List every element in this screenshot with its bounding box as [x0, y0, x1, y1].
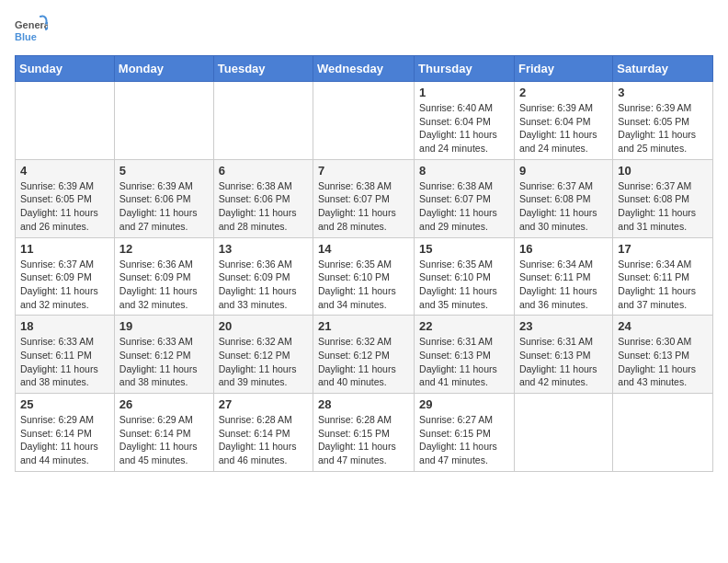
- day-info: Sunrise: 6:33 AM Sunset: 6:12 PM Dayligh…: [119, 335, 209, 389]
- calendar-week-1: 1Sunrise: 6:40 AM Sunset: 6:04 PM Daylig…: [16, 82, 713, 160]
- day-number: 3: [618, 86, 708, 99]
- day-number: 6: [219, 164, 308, 178]
- page-header: General Blue: [15, 15, 713, 48]
- weekday-header-wednesday: Wednesday: [313, 56, 415, 82]
- calendar-body: 1Sunrise: 6:40 AM Sunset: 6:04 PM Daylig…: [16, 82, 713, 472]
- day-info: Sunrise: 6:31 AM Sunset: 6:13 PM Dayligh…: [519, 335, 608, 389]
- day-info: Sunrise: 6:39 AM Sunset: 6:05 PM Dayligh…: [618, 101, 708, 155]
- svg-text:Blue: Blue: [15, 31, 37, 42]
- day-number: 5: [119, 164, 209, 178]
- calendar-cell: 7Sunrise: 6:38 AM Sunset: 6:07 PM Daylig…: [313, 159, 415, 237]
- calendar-cell: [16, 82, 115, 160]
- calendar-cell: 16Sunrise: 6:34 AM Sunset: 6:11 PM Dayli…: [514, 237, 612, 316]
- calendar-cell: 15Sunrise: 6:35 AM Sunset: 6:10 PM Dayli…: [415, 237, 515, 316]
- day-info: Sunrise: 6:28 AM Sunset: 6:15 PM Dayligh…: [318, 413, 409, 467]
- calendar-cell: 9Sunrise: 6:37 AM Sunset: 6:08 PM Daylig…: [514, 159, 612, 237]
- calendar-cell: 1Sunrise: 6:40 AM Sunset: 6:04 PM Daylig…: [415, 82, 515, 160]
- logo-svg: General Blue: [15, 15, 48, 48]
- day-info: Sunrise: 6:40 AM Sunset: 6:04 PM Dayligh…: [419, 101, 509, 155]
- day-info: Sunrise: 6:29 AM Sunset: 6:14 PM Dayligh…: [119, 413, 209, 467]
- day-info: Sunrise: 6:32 AM Sunset: 6:12 PM Dayligh…: [219, 335, 308, 389]
- calendar-week-5: 25Sunrise: 6:29 AM Sunset: 6:14 PM Dayli…: [16, 394, 713, 472]
- day-number: 12: [119, 242, 209, 256]
- day-number: 22: [419, 319, 509, 333]
- calendar-cell: 24Sunrise: 6:30 AM Sunset: 6:13 PM Dayli…: [613, 316, 713, 394]
- calendar-table: SundayMondayTuesdayWednesdayThursdayFrid…: [15, 55, 713, 472]
- day-info: Sunrise: 6:34 AM Sunset: 6:11 PM Dayligh…: [519, 258, 608, 312]
- calendar-cell: [613, 394, 713, 472]
- calendar-cell: 18Sunrise: 6:33 AM Sunset: 6:11 PM Dayli…: [16, 316, 115, 394]
- day-info: Sunrise: 6:28 AM Sunset: 6:14 PM Dayligh…: [219, 413, 308, 467]
- day-number: 21: [318, 319, 409, 333]
- weekday-header-tuesday: Tuesday: [213, 56, 313, 82]
- calendar-cell: [213, 82, 313, 160]
- day-info: Sunrise: 6:39 AM Sunset: 6:05 PM Dayligh…: [20, 179, 109, 234]
- day-info: Sunrise: 6:35 AM Sunset: 6:10 PM Dayligh…: [419, 258, 509, 312]
- day-info: Sunrise: 6:37 AM Sunset: 6:08 PM Dayligh…: [519, 179, 608, 234]
- calendar-cell: 29Sunrise: 6:27 AM Sunset: 6:15 PM Dayli…: [415, 394, 515, 472]
- svg-text:General: General: [15, 19, 48, 30]
- weekday-header-monday: Monday: [114, 56, 213, 82]
- day-info: Sunrise: 6:38 AM Sunset: 6:06 PM Dayligh…: [219, 179, 308, 234]
- day-info: Sunrise: 6:38 AM Sunset: 6:07 PM Dayligh…: [419, 179, 509, 234]
- calendar-cell: 10Sunrise: 6:37 AM Sunset: 6:08 PM Dayli…: [613, 159, 713, 237]
- day-info: Sunrise: 6:36 AM Sunset: 6:09 PM Dayligh…: [219, 258, 308, 312]
- calendar-cell: [313, 82, 415, 160]
- day-number: 27: [219, 397, 308, 411]
- calendar-cell: 23Sunrise: 6:31 AM Sunset: 6:13 PM Dayli…: [514, 316, 612, 394]
- day-info: Sunrise: 6:36 AM Sunset: 6:09 PM Dayligh…: [119, 258, 209, 312]
- weekday-row: SundayMondayTuesdayWednesdayThursdayFrid…: [16, 56, 713, 82]
- calendar-cell: 3Sunrise: 6:39 AM Sunset: 6:05 PM Daylig…: [613, 82, 713, 160]
- day-info: Sunrise: 6:37 AM Sunset: 6:09 PM Dayligh…: [20, 258, 109, 312]
- day-number: 16: [519, 242, 608, 256]
- calendar-cell: 14Sunrise: 6:35 AM Sunset: 6:10 PM Dayli…: [313, 237, 415, 316]
- day-info: Sunrise: 6:29 AM Sunset: 6:14 PM Dayligh…: [20, 413, 109, 467]
- calendar-cell: 21Sunrise: 6:32 AM Sunset: 6:12 PM Dayli…: [313, 316, 415, 394]
- day-number: 13: [219, 242, 308, 256]
- day-number: 24: [618, 319, 708, 333]
- day-info: Sunrise: 6:39 AM Sunset: 6:06 PM Dayligh…: [119, 179, 209, 234]
- calendar-cell: 27Sunrise: 6:28 AM Sunset: 6:14 PM Dayli…: [213, 394, 313, 472]
- calendar-cell: 2Sunrise: 6:39 AM Sunset: 6:04 PM Daylig…: [514, 82, 612, 160]
- day-number: 19: [119, 319, 209, 333]
- calendar-cell: 25Sunrise: 6:29 AM Sunset: 6:14 PM Dayli…: [16, 394, 115, 472]
- calendar-cell: 11Sunrise: 6:37 AM Sunset: 6:09 PM Dayli…: [16, 237, 115, 316]
- day-info: Sunrise: 6:32 AM Sunset: 6:12 PM Dayligh…: [318, 335, 409, 389]
- logo: General Blue: [15, 15, 48, 48]
- day-number: 11: [20, 242, 109, 256]
- weekday-header-saturday: Saturday: [613, 56, 713, 82]
- day-number: 25: [20, 397, 109, 411]
- calendar-cell: 26Sunrise: 6:29 AM Sunset: 6:14 PM Dayli…: [114, 394, 213, 472]
- calendar-cell: 8Sunrise: 6:38 AM Sunset: 6:07 PM Daylig…: [415, 159, 515, 237]
- calendar-cell: [514, 394, 612, 472]
- day-number: 7: [318, 164, 409, 178]
- calendar-cell: 4Sunrise: 6:39 AM Sunset: 6:05 PM Daylig…: [16, 159, 115, 237]
- day-info: Sunrise: 6:31 AM Sunset: 6:13 PM Dayligh…: [419, 335, 509, 389]
- day-number: 4: [20, 164, 109, 178]
- day-number: 1: [419, 86, 509, 99]
- calendar-week-3: 11Sunrise: 6:37 AM Sunset: 6:09 PM Dayli…: [16, 237, 713, 316]
- weekday-header-sunday: Sunday: [16, 56, 115, 82]
- day-number: 18: [20, 319, 109, 333]
- day-info: Sunrise: 6:35 AM Sunset: 6:10 PM Dayligh…: [318, 258, 409, 312]
- calendar-cell: 6Sunrise: 6:38 AM Sunset: 6:06 PM Daylig…: [213, 159, 313, 237]
- day-number: 2: [519, 86, 608, 99]
- calendar-cell: 28Sunrise: 6:28 AM Sunset: 6:15 PM Dayli…: [313, 394, 415, 472]
- calendar-week-4: 18Sunrise: 6:33 AM Sunset: 6:11 PM Dayli…: [16, 316, 713, 394]
- day-info: Sunrise: 6:34 AM Sunset: 6:11 PM Dayligh…: [618, 258, 708, 312]
- logo-graphic: General Blue: [15, 15, 48, 48]
- day-number: 17: [618, 242, 708, 256]
- day-number: 23: [519, 319, 608, 333]
- day-number: 28: [318, 397, 409, 411]
- calendar-cell: 12Sunrise: 6:36 AM Sunset: 6:09 PM Dayli…: [114, 237, 213, 316]
- calendar-cell: 13Sunrise: 6:36 AM Sunset: 6:09 PM Dayli…: [213, 237, 313, 316]
- calendar-cell: 19Sunrise: 6:33 AM Sunset: 6:12 PM Dayli…: [114, 316, 213, 394]
- calendar-cell: 17Sunrise: 6:34 AM Sunset: 6:11 PM Dayli…: [613, 237, 713, 316]
- day-number: 9: [519, 164, 608, 178]
- calendar-cell: 20Sunrise: 6:32 AM Sunset: 6:12 PM Dayli…: [213, 316, 313, 394]
- day-info: Sunrise: 6:37 AM Sunset: 6:08 PM Dayligh…: [618, 179, 708, 234]
- day-info: Sunrise: 6:33 AM Sunset: 6:11 PM Dayligh…: [20, 335, 109, 389]
- day-info: Sunrise: 6:30 AM Sunset: 6:13 PM Dayligh…: [618, 335, 708, 389]
- weekday-header-thursday: Thursday: [415, 56, 515, 82]
- calendar-cell: [114, 82, 213, 160]
